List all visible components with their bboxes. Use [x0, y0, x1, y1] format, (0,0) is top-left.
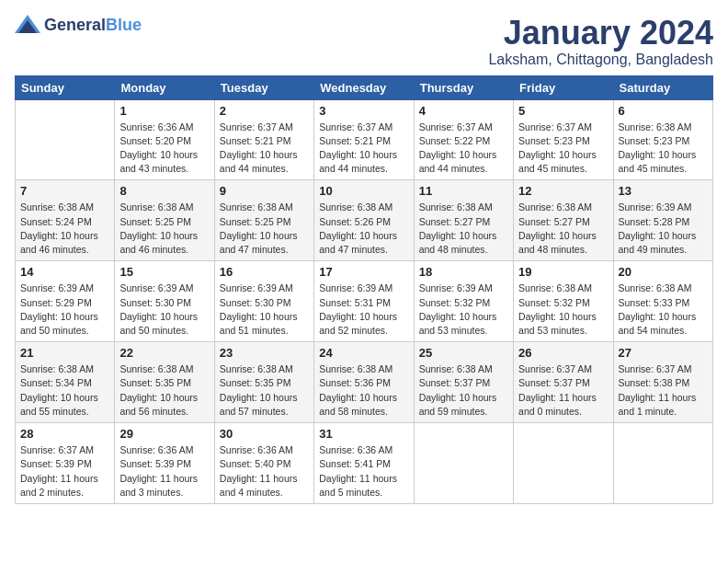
- day-cell: 6Sunrise: 6:38 AMSunset: 5:23 PMDaylight…: [613, 99, 712, 180]
- day-number: 16: [220, 265, 309, 279]
- day-info: Sunrise: 6:37 AMSunset: 5:21 PMDaylight:…: [220, 121, 309, 177]
- day-cell: 2Sunrise: 6:37 AMSunset: 5:21 PMDaylight…: [214, 99, 313, 180]
- day-number: 28: [20, 427, 109, 441]
- day-cell: 1Sunrise: 6:36 AMSunset: 5:20 PMDaylight…: [115, 99, 214, 180]
- day-number: 23: [220, 346, 309, 360]
- week-row-4: 21Sunrise: 6:38 AMSunset: 5:34 PMDayligh…: [16, 342, 713, 423]
- header-cell-thursday: Thursday: [414, 75, 513, 99]
- header-cell-friday: Friday: [514, 75, 613, 99]
- day-number: 25: [419, 346, 508, 360]
- day-cell: 7Sunrise: 6:38 AMSunset: 5:24 PMDaylight…: [16, 180, 115, 261]
- day-number: 11: [419, 184, 508, 198]
- day-info: Sunrise: 6:37 AMSunset: 5:23 PMDaylight:…: [518, 121, 608, 177]
- day-info: Sunrise: 6:36 AMSunset: 5:41 PMDaylight:…: [319, 443, 408, 500]
- header-row: SundayMondayTuesdayWednesdayThursdayFrid…: [16, 75, 713, 99]
- day-number: 26: [518, 346, 608, 360]
- day-cell: 28Sunrise: 6:37 AMSunset: 5:39 PMDayligh…: [16, 423, 115, 504]
- day-number: 15: [119, 265, 209, 279]
- day-cell: 4Sunrise: 6:37 AMSunset: 5:22 PMDaylight…: [414, 99, 513, 180]
- header-cell-wednesday: Wednesday: [314, 75, 414, 99]
- day-info: Sunrise: 6:38 AMSunset: 5:32 PMDaylight:…: [518, 282, 608, 338]
- day-number: 13: [619, 184, 708, 198]
- day-cell: 9Sunrise: 6:38 AMSunset: 5:25 PMDaylight…: [214, 180, 313, 261]
- day-cell: 19Sunrise: 6:38 AMSunset: 5:32 PMDayligh…: [514, 261, 613, 342]
- day-number: 8: [119, 184, 209, 198]
- day-cell: 16Sunrise: 6:39 AMSunset: 5:30 PMDayligh…: [214, 261, 313, 342]
- day-info: Sunrise: 6:38 AMSunset: 5:35 PMDaylight:…: [119, 362, 209, 419]
- day-info: Sunrise: 6:37 AMSunset: 5:22 PMDaylight:…: [419, 121, 508, 177]
- day-cell: 14Sunrise: 6:39 AMSunset: 5:29 PMDayligh…: [16, 261, 115, 342]
- day-info: Sunrise: 6:38 AMSunset: 5:27 PMDaylight:…: [419, 201, 508, 257]
- day-number: 3: [319, 104, 408, 118]
- day-number: 20: [619, 265, 708, 279]
- day-info: Sunrise: 6:38 AMSunset: 5:25 PMDaylight:…: [220, 201, 309, 257]
- day-info: Sunrise: 6:39 AMSunset: 5:30 PMDaylight:…: [220, 282, 309, 338]
- day-cell: 18Sunrise: 6:39 AMSunset: 5:32 PMDayligh…: [414, 261, 513, 342]
- day-number: 31: [319, 427, 408, 441]
- day-number: 6: [619, 104, 708, 118]
- calendar-table: SundayMondayTuesdayWednesdayThursdayFrid…: [15, 75, 713, 504]
- day-info: Sunrise: 6:38 AMSunset: 5:36 PMDaylight:…: [319, 362, 408, 419]
- day-number: 7: [20, 184, 109, 198]
- day-info: Sunrise: 6:38 AMSunset: 5:35 PMDaylight:…: [220, 362, 309, 419]
- header-cell-saturday: Saturday: [613, 75, 712, 99]
- day-cell: 12Sunrise: 6:38 AMSunset: 5:27 PMDayligh…: [514, 180, 613, 261]
- day-number: 18: [419, 265, 508, 279]
- day-cell: 26Sunrise: 6:37 AMSunset: 5:37 PMDayligh…: [514, 342, 613, 423]
- day-number: 12: [518, 184, 608, 198]
- day-cell: 3Sunrise: 6:37 AMSunset: 5:21 PMDaylight…: [314, 99, 414, 180]
- day-cell: 23Sunrise: 6:38 AMSunset: 5:35 PMDayligh…: [214, 342, 313, 423]
- day-info: Sunrise: 6:38 AMSunset: 5:26 PMDaylight:…: [319, 201, 408, 257]
- week-row-3: 14Sunrise: 6:39 AMSunset: 5:29 PMDayligh…: [16, 261, 713, 342]
- day-cell: 31Sunrise: 6:36 AMSunset: 5:41 PMDayligh…: [314, 423, 414, 504]
- day-cell: 10Sunrise: 6:38 AMSunset: 5:26 PMDayligh…: [314, 180, 414, 261]
- calendar-title: January 2024: [488, 15, 713, 52]
- day-number: 14: [20, 265, 109, 279]
- day-cell: [514, 423, 613, 504]
- logo: GeneralBlue: [15, 15, 142, 37]
- day-info: Sunrise: 6:37 AMSunset: 5:37 PMDaylight:…: [518, 362, 608, 419]
- day-info: Sunrise: 6:38 AMSunset: 5:34 PMDaylight:…: [20, 362, 109, 419]
- day-info: Sunrise: 6:37 AMSunset: 5:21 PMDaylight:…: [319, 121, 408, 177]
- day-cell: 29Sunrise: 6:36 AMSunset: 5:39 PMDayligh…: [115, 423, 214, 504]
- day-cell: 30Sunrise: 6:36 AMSunset: 5:40 PMDayligh…: [214, 423, 313, 504]
- day-info: Sunrise: 6:38 AMSunset: 5:33 PMDaylight:…: [619, 282, 708, 338]
- day-number: 22: [119, 346, 209, 360]
- week-row-2: 7Sunrise: 6:38 AMSunset: 5:24 PMDaylight…: [16, 180, 713, 261]
- day-info: Sunrise: 6:39 AMSunset: 5:31 PMDaylight:…: [319, 282, 408, 338]
- day-cell: 21Sunrise: 6:38 AMSunset: 5:34 PMDayligh…: [16, 342, 115, 423]
- day-cell: 20Sunrise: 6:38 AMSunset: 5:33 PMDayligh…: [613, 261, 712, 342]
- day-number: 19: [518, 265, 608, 279]
- day-cell: 27Sunrise: 6:37 AMSunset: 5:38 PMDayligh…: [613, 342, 712, 423]
- day-number: 2: [220, 104, 309, 118]
- day-cell: [414, 423, 513, 504]
- week-row-1: 1Sunrise: 6:36 AMSunset: 5:20 PMDaylight…: [16, 99, 713, 180]
- day-info: Sunrise: 6:39 AMSunset: 5:28 PMDaylight:…: [619, 201, 708, 257]
- logo-text: GeneralBlue: [44, 17, 142, 35]
- day-info: Sunrise: 6:36 AMSunset: 5:20 PMDaylight:…: [119, 121, 209, 177]
- day-info: Sunrise: 6:38 AMSunset: 5:25 PMDaylight:…: [119, 201, 209, 257]
- day-info: Sunrise: 6:38 AMSunset: 5:37 PMDaylight:…: [419, 362, 508, 419]
- title-block: January 2024 Laksham, Chittagong, Bangla…: [488, 15, 713, 68]
- day-info: Sunrise: 6:38 AMSunset: 5:27 PMDaylight:…: [518, 201, 608, 257]
- header-cell-monday: Monday: [115, 75, 214, 99]
- day-cell: 25Sunrise: 6:38 AMSunset: 5:37 PMDayligh…: [414, 342, 513, 423]
- day-cell: [16, 99, 115, 180]
- day-number: 21: [20, 346, 109, 360]
- day-cell: 5Sunrise: 6:37 AMSunset: 5:23 PMDaylight…: [514, 99, 613, 180]
- day-number: 1: [119, 104, 209, 118]
- page-header: GeneralBlue January 2024 Laksham, Chitta…: [15, 15, 713, 68]
- day-info: Sunrise: 6:38 AMSunset: 5:24 PMDaylight:…: [20, 201, 109, 257]
- day-number: 29: [119, 427, 209, 441]
- calendar-subtitle: Laksham, Chittagong, Bangladesh: [488, 52, 713, 68]
- day-number: 5: [518, 104, 608, 118]
- day-cell: 15Sunrise: 6:39 AMSunset: 5:30 PMDayligh…: [115, 261, 214, 342]
- day-cell: [613, 423, 712, 504]
- day-cell: 8Sunrise: 6:38 AMSunset: 5:25 PMDaylight…: [115, 180, 214, 261]
- day-info: Sunrise: 6:39 AMSunset: 5:29 PMDaylight:…: [20, 282, 109, 338]
- day-info: Sunrise: 6:37 AMSunset: 5:38 PMDaylight:…: [619, 362, 708, 419]
- day-info: Sunrise: 6:39 AMSunset: 5:32 PMDaylight:…: [419, 282, 508, 338]
- logo-icon: [15, 15, 40, 37]
- day-info: Sunrise: 6:36 AMSunset: 5:39 PMDaylight:…: [119, 443, 209, 500]
- header-cell-sunday: Sunday: [16, 75, 115, 99]
